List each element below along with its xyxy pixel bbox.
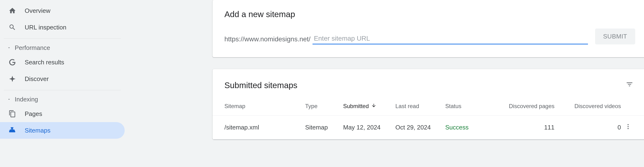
- chevron-down-icon: [7, 45, 12, 50]
- sidebar-item-discover[interactable]: Discover: [0, 70, 125, 87]
- svg-point-10: [628, 126, 629, 127]
- svg-point-9: [628, 124, 629, 126]
- discover-icon: [8, 74, 16, 83]
- sitemap-url-input[interactable]: [312, 34, 588, 44]
- sidebar-item-label: Discover: [25, 75, 49, 83]
- sidebar-item-label: Search results: [25, 59, 64, 66]
- main-content: Add a new sitemap https://www.nomidesign…: [125, 0, 644, 167]
- sidebar-item-label: Sitemaps: [25, 127, 50, 134]
- card-title: Submitted sitemaps: [224, 80, 297, 90]
- col-header-submitted[interactable]: Submitted: [343, 103, 396, 110]
- google-icon: [8, 58, 16, 66]
- svg-rect-6: [10, 130, 11, 131]
- filter-icon: [626, 80, 633, 90]
- col-header-pages[interactable]: Discovered pages: [493, 103, 554, 110]
- sidebar-item-overview[interactable]: Overview: [0, 2, 125, 19]
- filter-button[interactable]: [624, 79, 635, 92]
- sidebar-section-performance[interactable]: Performance: [0, 42, 125, 54]
- search-icon: [8, 23, 16, 32]
- cell-submitted: May 12, 2024: [343, 124, 396, 131]
- col-header-type[interactable]: Type: [305, 103, 343, 110]
- card-title: Add a new sitemap: [224, 10, 295, 19]
- sidebar-section-indexing[interactable]: Indexing: [0, 93, 125, 106]
- svg-rect-4: [12, 128, 13, 130]
- sidebar-item-sitemaps[interactable]: Sitemaps: [0, 122, 125, 139]
- submitted-sitemaps-card: Submitted sitemaps Sitemap Type Submitte…: [212, 69, 644, 140]
- svg-rect-0: [10, 131, 11, 132]
- col-header-videos[interactable]: Discovered videos: [554, 103, 621, 110]
- pages-icon: [8, 110, 16, 118]
- more-vert-icon: [625, 124, 632, 131]
- svg-rect-1: [12, 131, 13, 132]
- svg-rect-7: [14, 130, 15, 131]
- col-header-sitemap[interactable]: Sitemap: [224, 103, 305, 110]
- cell-status: Success: [445, 124, 493, 131]
- chevron-down-icon: [7, 97, 12, 102]
- sidebar-item-search-results[interactable]: Search results: [0, 54, 125, 70]
- svg-rect-3: [12, 127, 13, 128]
- arrow-down-icon: [371, 103, 376, 110]
- cell-type: Sitemap: [305, 124, 343, 131]
- url-prefix: https://www.nomidesigns.net/: [224, 36, 310, 44]
- divider: [4, 90, 121, 90]
- cell-pages: 111: [493, 124, 554, 131]
- table-row[interactable]: /sitemap.xml Sitemap May 12, 2024 Oct 29…: [212, 116, 644, 140]
- sidebar-section-label: Performance: [15, 44, 50, 52]
- svg-rect-8: [12, 130, 13, 131]
- divider: [4, 38, 121, 39]
- col-header-last-read[interactable]: Last read: [396, 103, 445, 110]
- cell-videos: 0: [554, 124, 621, 131]
- table-header: Sitemap Type Submitted Last read Status …: [212, 97, 644, 116]
- sidebar-item-pages[interactable]: Pages: [0, 106, 125, 122]
- home-icon: [8, 6, 16, 15]
- row-menu-button[interactable]: [623, 122, 633, 133]
- cell-sitemap: /sitemap.xml: [224, 124, 305, 131]
- sitemap-icon: [8, 126, 16, 135]
- sidebar-item-label: Pages: [25, 110, 42, 118]
- submit-button[interactable]: SUBMIT: [595, 28, 635, 44]
- col-header-status[interactable]: Status: [445, 103, 493, 110]
- sidebar: Overview URL inspection Performance Sear…: [0, 0, 125, 167]
- add-sitemap-card: Add a new sitemap https://www.nomidesign…: [212, 0, 644, 57]
- sidebar-item-label: Overview: [25, 7, 50, 14]
- sidebar-section-label: Indexing: [15, 96, 38, 103]
- cell-last-read: Oct 29, 2024: [396, 124, 445, 131]
- svg-point-11: [628, 128, 629, 129]
- svg-rect-2: [14, 131, 15, 132]
- sidebar-item-label: URL inspection: [25, 24, 66, 31]
- sidebar-item-url-inspection[interactable]: URL inspection: [0, 19, 125, 36]
